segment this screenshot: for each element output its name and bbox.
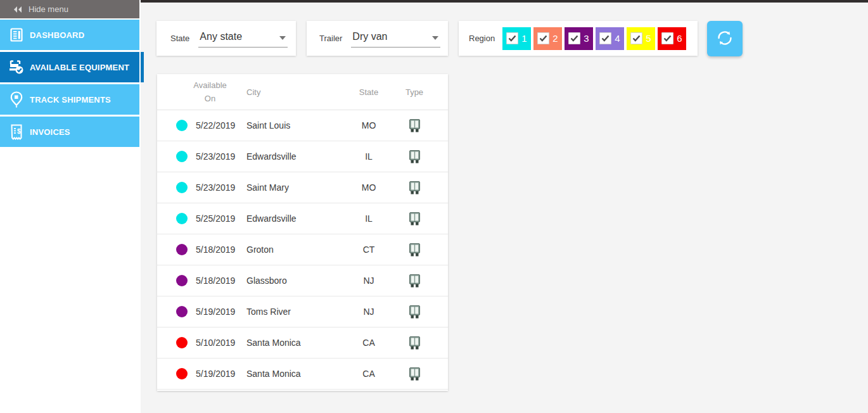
region-color-dot [176,337,188,348]
cell-state: CT [340,245,397,255]
cell-available-on: 5/18/2019 [196,245,246,255]
checkbox-checked-icon[interactable] [661,32,673,44]
trailer-icon [397,305,448,319]
cell-available-on: 5/19/2019 [196,307,246,317]
sidebar-item-invoices[interactable]: $ INVOICES [0,117,139,147]
region-checkbox-4[interactable]: 4 [596,27,624,50]
checkbox-checked-icon[interactable] [537,32,549,44]
trailer-icon [397,367,448,381]
region-number-label: 1 [521,33,527,44]
trailer-icon [397,274,448,288]
region-number-label: 4 [615,33,620,44]
table-row[interactable]: 5/23/2019 Edwardsville IL [157,141,448,172]
table-row[interactable]: 5/18/2019 Groton CT [157,234,448,265]
state-filter-card: State Any state [156,21,296,56]
region-checkbox-2[interactable]: 2 [533,27,562,50]
cell-city: Saint Louis [246,120,340,130]
table-row[interactable]: 5/22/2019 Saint Louis MO [157,110,448,141]
cell-available-on: 5/19/2019 [196,369,246,379]
cell-state: MO [340,120,397,130]
column-header-city: City [246,87,340,97]
trailer-icon [397,336,448,350]
trailer-select[interactable]: Dry van [351,30,440,48]
region-number-label: 6 [677,33,682,44]
region-chips: 1 2 3 4 5 [502,27,686,50]
hide-menu-button[interactable]: Hide menu [0,0,139,18]
collapse-left-icon [13,6,22,13]
cell-state: CA [340,369,397,379]
cell-state: CA [340,338,397,348]
cell-available-on: 5/10/2019 [196,338,246,348]
region-number-label: 5 [646,33,651,44]
sidebar-item-dashboard[interactable]: DASHBOARD [0,20,139,50]
column-header-available-on: Available On [157,79,246,105]
sidebar: Hide menu DASHBOARD AVAILABLE EQUIPMENT … [0,0,141,413]
chevron-down-icon [279,36,286,40]
sidebar-item-label: TRACK SHIPMENTS [30,95,111,105]
cell-state: IL [340,213,397,224]
sidebar-item-track-shipments[interactable]: TRACK SHIPMENTS [0,84,139,115]
checkbox-checked-icon[interactable] [568,32,580,44]
table-row[interactable]: 5/25/2019 Edwardsville IL [157,203,448,234]
column-header-state: State [340,87,397,97]
trailer-icon [397,243,448,257]
checkbox-checked-icon[interactable] [599,32,611,44]
state-select-value: Any state [200,31,242,42]
region-checkbox-3[interactable]: 3 [565,27,593,50]
cell-state: NJ [340,307,397,317]
table-row[interactable]: 5/23/2019 Saint Mary MO [157,172,448,203]
table-header: Available On City State Type [157,74,448,110]
app-window: Hide menu DASHBOARD AVAILABLE EQUIPMENT … [0,0,868,413]
svg-text:$: $ [17,127,21,134]
trailer-icon [397,119,448,132]
region-color-dot [176,182,188,193]
cell-city: Santa Monica [246,338,340,348]
table-row[interactable]: 5/10/2019 Santa Monica CA [157,327,448,359]
equipment-table: Available On City State Type 5/22/2019 S… [157,74,448,391]
cell-state: MO [340,182,397,193]
trailer-filter-label: Trailer [319,34,342,43]
state-filter-label: State [170,34,189,43]
sidebar-item-available-equipment[interactable]: AVAILABLE EQUIPMENT [0,52,139,82]
column-header-type: Type [397,87,448,97]
region-color-dot [176,120,188,131]
region-color-dot [176,213,188,224]
region-checkbox-5[interactable]: 5 [627,27,655,50]
cell-state: IL [340,151,397,162]
region-number-label: 3 [584,33,589,44]
region-number-label: 2 [552,33,558,44]
cell-city: Edwardsville [246,213,340,224]
chevron-down-icon [432,36,438,40]
selected-item-indicator [141,52,144,82]
region-checkbox-6[interactable]: 6 [658,27,686,50]
region-checkbox-1[interactable]: 1 [502,27,531,50]
cell-city: Saint Mary [246,182,340,193]
region-filter-card: Region 1 2 3 4 [459,21,698,56]
cell-available-on: 5/22/2019 [196,120,246,130]
sidebar-item-label: DASHBOARD [30,30,84,40]
table-row[interactable]: 5/18/2019 Glassboro NJ [157,265,448,296]
table-body: 5/22/2019 Saint Louis MO 5/23/2019 Edwar… [157,110,448,390]
trailer-icon [397,181,448,194]
hide-menu-label: Hide menu [29,4,68,14]
table-row[interactable]: 5/19/2019 Santa Monica CA [157,359,448,390]
state-select[interactable]: Any state [198,30,288,48]
table-row[interactable]: 5/19/2019 Toms River NJ [157,296,448,327]
trailer-select-value: Dry van [352,31,387,42]
cell-available-on: 5/18/2019 [196,276,246,286]
sidebar-menu: DASHBOARD AVAILABLE EQUIPMENT TRACK SHIP… [0,20,139,147]
refresh-icon [715,29,734,49]
checkbox-checked-icon[interactable] [630,32,642,44]
cell-city: Santa Monica [246,369,340,379]
map-pin-icon [8,91,25,108]
equipment-icon [8,58,25,76]
refresh-button[interactable] [707,21,743,56]
cell-city: Groton [246,245,340,255]
trailer-icon [397,150,448,163]
region-color-dot [176,151,188,162]
dashboard-icon [8,26,25,44]
trailer-filter-card: Trailer Dry van [307,21,448,56]
checkbox-checked-icon[interactable] [506,32,518,44]
sidebar-item-label: AVAILABLE EQUIPMENT [30,63,129,72]
trailer-icon [397,212,448,226]
